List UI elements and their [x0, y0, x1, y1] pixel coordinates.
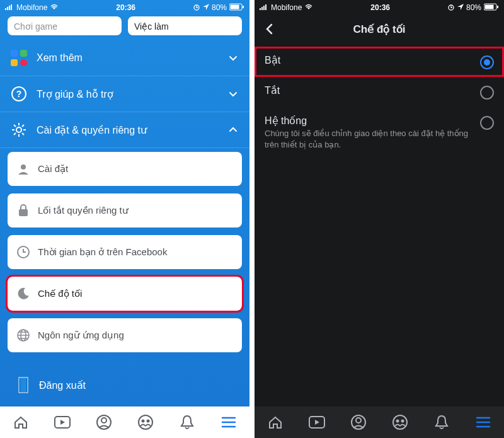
chevron-down-icon	[227, 52, 239, 64]
nav-notifications-icon[interactable]	[428, 408, 455, 436]
svg-rect-0	[5, 8, 6, 10]
signal-icon	[260, 3, 268, 12]
clock-icon	[16, 245, 30, 259]
option-privacy-shortcut-label: Lối tắt quyền riêng tư	[38, 205, 129, 216]
location-icon	[203, 3, 209, 12]
option-language[interactable]: Ngôn ngữ ứng dụng	[8, 318, 242, 352]
header-bar: Chế độ tối	[255, 15, 504, 43]
settings-privacy-submenu: Cài đặt Lối tắt quyền riêng tư Thời gian…	[0, 148, 249, 406]
apps-grid-icon	[10, 49, 28, 67]
battery-label: 80%	[212, 3, 227, 12]
svg-point-10	[16, 127, 21, 132]
svg-rect-6	[231, 4, 239, 9]
user-gear-icon	[16, 162, 30, 176]
nav-watch-icon[interactable]	[303, 408, 331, 436]
bottom-nav	[0, 406, 249, 438]
nav-home-icon[interactable]	[261, 408, 289, 436]
option-system-desc: Chúng tôi sẽ điều chỉnh giao diện theo c…	[265, 128, 472, 150]
svg-rect-2	[9, 6, 10, 10]
option-time-on-facebook-label: Thời gian bạn ở trên Facebook	[38, 246, 167, 258]
shortcut-jobs-label: Việc làm	[134, 21, 169, 32]
svg-rect-24	[260, 8, 261, 10]
nav-profile-icon[interactable]	[90, 408, 118, 436]
svg-rect-7	[243, 6, 244, 8]
page-title: Chế độ tối	[260, 23, 499, 36]
section-settings-privacy[interactable]: Cài đặt & quyền riêng tư	[0, 112, 249, 148]
carrier-label: Mobifone	[271, 3, 302, 12]
section-see-more[interactable]: Xem thêm	[0, 40, 249, 76]
top-shortcuts: Chơi game Việc làm	[0, 15, 249, 40]
right-phone: Mobifone 20:36 80% Chế độ tối Bật	[255, 0, 504, 438]
radio-on-icon	[480, 55, 494, 69]
chevron-up-icon	[227, 124, 239, 136]
option-time-on-facebook[interactable]: Thời gian bạn ở trên Facebook	[8, 235, 242, 269]
option-privacy-shortcut[interactable]: Lối tắt quyền riêng tư	[8, 193, 242, 228]
door-icon	[18, 376, 32, 394]
option-system[interactable]: Hệ thống Chúng tôi sẽ điều chỉnh giao di…	[255, 107, 504, 158]
globe-icon	[16, 328, 30, 342]
svg-point-11	[21, 164, 26, 170]
svg-point-21	[139, 415, 152, 429]
option-dark-mode-label: Chế độ tối	[38, 288, 82, 299]
svg-point-37	[401, 420, 404, 423]
option-system-label: Hệ thống	[265, 115, 472, 127]
option-off-label: Tắt	[265, 84, 472, 96]
section-settings-privacy-label: Cài đặt & quyền riêng tư	[37, 124, 218, 136]
gear-icon	[10, 121, 28, 139]
svg-point-23	[147, 420, 150, 423]
logout-row[interactable]: Đăng xuất	[8, 366, 242, 398]
option-dark-mode[interactable]: Chế độ tối	[8, 277, 242, 311]
nav-groups-icon[interactable]	[386, 408, 414, 436]
section-see-more-label: Xem thêm	[37, 52, 218, 64]
svg-point-20	[101, 418, 106, 423]
svg-rect-26	[263, 6, 265, 10]
battery-icon	[229, 3, 244, 13]
nav-watch-icon[interactable]	[49, 408, 76, 436]
chevron-down-icon	[227, 88, 239, 100]
option-language-label: Ngôn ngữ ứng dụng	[38, 330, 124, 341]
spacer	[255, 161, 504, 406]
status-bar: Mobifone 20:36 80%	[255, 0, 504, 15]
left-phone: Mobifone 20:36 80% Chơi game Việc làm	[0, 0, 249, 438]
lock-icon	[16, 204, 30, 217]
signal-icon	[5, 3, 14, 12]
alarm-icon	[447, 3, 455, 13]
svg-rect-30	[485, 4, 494, 9]
nav-profile-icon[interactable]	[345, 408, 372, 436]
help-icon: ?	[10, 85, 28, 103]
svg-text:?: ?	[16, 89, 22, 99]
nav-home-icon[interactable]	[7, 408, 35, 436]
radio-off-icon	[480, 86, 494, 100]
nav-groups-icon[interactable]	[132, 408, 159, 436]
section-help[interactable]: ? Trợ giúp & hỗ trợ	[0, 76, 249, 112]
option-off[interactable]: Tắt	[255, 77, 504, 107]
dark-mode-options: Bật Tắt Hệ thống Chúng tôi sẽ điều chỉnh…	[255, 43, 504, 161]
nav-notifications-icon[interactable]	[173, 408, 201, 436]
svg-point-34	[356, 418, 361, 423]
clock-label: 20:36	[313, 3, 447, 12]
svg-rect-31	[497, 6, 498, 8]
svg-point-35	[393, 415, 407, 429]
svg-rect-12	[19, 209, 28, 216]
svg-rect-25	[261, 7, 263, 10]
wifi-icon	[304, 3, 313, 12]
nav-menu-icon[interactable]	[215, 408, 243, 436]
nav-menu-icon[interactable]	[469, 408, 497, 436]
section-help-label: Trợ giúp & hỗ trợ	[37, 88, 218, 100]
option-on-label: Bật	[265, 54, 472, 66]
svg-rect-27	[265, 4, 266, 10]
option-on[interactable]: Bật	[255, 47, 504, 77]
carrier-label: Mobifone	[16, 3, 47, 12]
battery-icon	[484, 3, 499, 13]
shortcut-games-label: Chơi game	[14, 21, 57, 32]
radio-system-icon	[480, 116, 494, 130]
shortcut-jobs[interactable]: Việc làm	[128, 16, 242, 35]
shortcut-games[interactable]: Chơi game	[8, 16, 122, 35]
alarm-icon	[193, 3, 200, 13]
option-settings[interactable]: Cài đặt	[8, 152, 242, 186]
svg-point-36	[396, 420, 399, 423]
clock-label: 20:36	[59, 3, 193, 12]
svg-rect-1	[7, 7, 8, 10]
location-icon	[457, 3, 464, 12]
svg-rect-17	[20, 378, 26, 392]
